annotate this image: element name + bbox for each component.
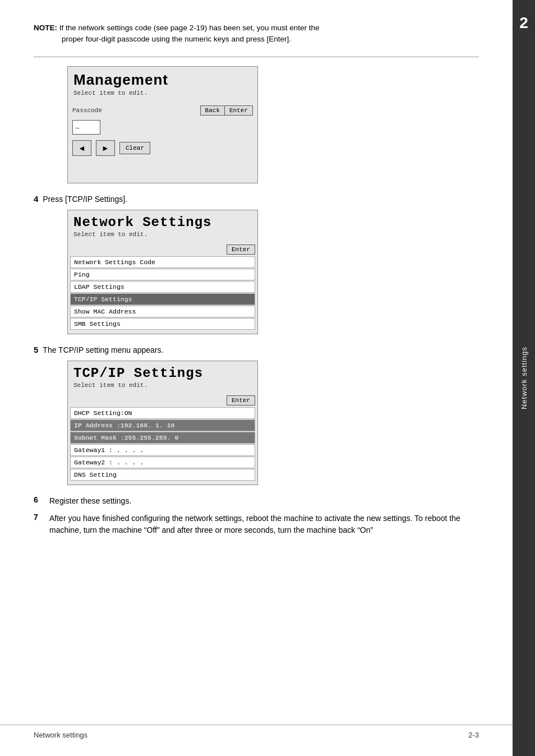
footer-right: 2-3	[468, 731, 479, 739]
note-text1: If the network settings code (see page 2…	[57, 24, 320, 32]
step6-text: Register these settings.	[49, 495, 131, 507]
ns-item-network-settings-code[interactable]: Network Settings Code	[70, 256, 255, 268]
step6-number: 6	[34, 495, 45, 504]
step7-number: 7	[34, 513, 45, 522]
tcpip-ip-address[interactable]: IP Address :192.168. 1. 10	[70, 420, 255, 431]
network-settings-subtitle: Select item to edit.	[68, 230, 257, 242]
left-arrow-button[interactable]: ◄	[72, 140, 91, 156]
tcpip-title: TCP/IP Settings	[68, 361, 257, 381]
tcpip-subnet-mask[interactable]: Subnet Mask :255.255.255. 0	[70, 432, 255, 444]
management-subtitle: Select item to edit.	[68, 89, 257, 101]
tcpip-dhcp[interactable]: DHCP Setting:ON	[70, 407, 255, 419]
tcpip-dns[interactable]: DNS Setting	[70, 469, 255, 481]
tcpip-gateway2[interactable]: Gateway2 : . . . .	[70, 457, 255, 468]
tcpip-subtitle: Select item to edit.	[68, 381, 257, 393]
tcpip-enter-button[interactable]: Enter	[227, 395, 255, 405]
footer: Network settings 2-3	[0, 725, 513, 739]
management-screen: Management Select item to edit. Passcode…	[67, 66, 258, 183]
step5-row: 5 The TCP/IP setting menu appears.	[34, 344, 479, 356]
step6-row: 6 Register these settings.	[34, 495, 479, 507]
management-title: Management	[68, 67, 257, 89]
ns-item-smb[interactable]: SMB Settings	[70, 318, 255, 330]
step7-row: 7 After you have finished configuring th…	[34, 513, 479, 536]
ns-enter-button[interactable]: Enter	[227, 245, 255, 255]
ns-item-ping[interactable]: Ping	[70, 269, 255, 280]
network-settings-title: Network Settings	[68, 210, 257, 230]
divider-top	[34, 57, 479, 57]
step4-text: Press [TCP/IP Settings].	[43, 193, 127, 205]
footer-left: Network settings	[34, 731, 87, 739]
right-arrow-button[interactable]: ►	[96, 140, 115, 156]
back-button[interactable]: Back	[200, 105, 224, 116]
step7-text: After you have finished configuring the …	[49, 513, 479, 536]
chapter-number: 2	[513, 11, 535, 35]
note-section: NOTE: If the network settings code (see …	[34, 22, 479, 45]
network-settings-screen: Network Settings Select item to edit. En…	[67, 210, 258, 334]
enter-button[interactable]: Enter	[224, 105, 253, 116]
step4-row: 4 Press [TCP/IP Settings].	[34, 193, 479, 205]
passcode-input[interactable]: _	[72, 120, 100, 135]
network-settings-list: Network Settings Code Ping LDAP Settings…	[68, 256, 257, 330]
passcode-label: Passcode	[72, 107, 102, 114]
ns-item-tcpip[interactable]: TCP/IP Settings	[70, 293, 255, 305]
ns-item-ldap[interactable]: LDAP Settings	[70, 281, 255, 293]
note-label: NOTE:	[34, 24, 57, 32]
chapter-label: Network settings	[520, 347, 528, 409]
tcpip-list: DHCP Setting:ON IP Address :192.168. 1. …	[68, 407, 257, 481]
step5-number: 5	[34, 345, 38, 354]
tcpip-screen: TCP/IP Settings Select item to edit. Ent…	[67, 361, 258, 485]
bottom-steps: 6 Register these settings. 7 After you h…	[34, 495, 479, 536]
tcpip-gateway1[interactable]: Gateway1 : . . . .	[70, 444, 255, 456]
ns-item-mac[interactable]: Show MAC Address	[70, 306, 255, 317]
clear-button[interactable]: Clear	[119, 142, 150, 154]
side-tab: 2 Network settings	[513, 0, 535, 756]
step4-number: 4	[34, 194, 38, 204]
note-text2: proper four-digit passcode using the num…	[62, 35, 291, 43]
step5-text: The TCP/IP setting menu appears.	[43, 344, 163, 356]
